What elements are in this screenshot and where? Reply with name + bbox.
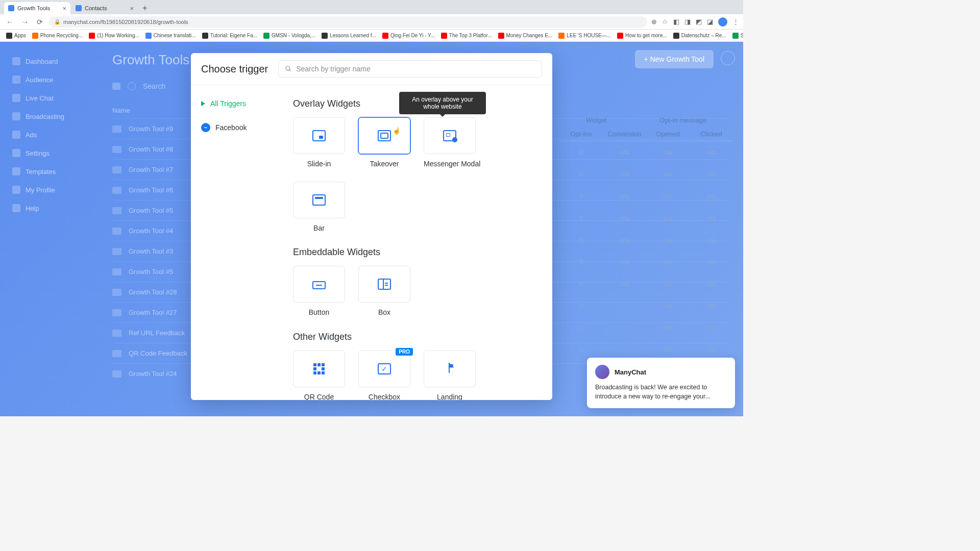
trigger-card-button[interactable]: ☝	[358, 117, 410, 154]
cards-row: ButtonBox	[293, 266, 541, 317]
forward-button[interactable]: →	[19, 18, 31, 26]
extension-icon[interactable]: ◧	[673, 18, 679, 26]
sidebar-item-label: Templates	[26, 168, 56, 176]
th-clicked: Clicked	[690, 130, 733, 138]
sidebar-item[interactable]: Dashboard	[5, 52, 92, 70]
profile-avatar[interactable]	[718, 17, 727, 27]
sidebar-item[interactable]: Audience	[5, 70, 92, 89]
row-name: QR Code Feedback	[129, 349, 187, 357]
bookmark-favicon-icon	[263, 33, 270, 39]
bookmark-item[interactable]: The Top 3 Platfor...	[439, 32, 494, 40]
extension-icon[interactable]: ◪	[707, 18, 713, 26]
trigger-card-landing: Landing	[424, 350, 476, 400]
row-type-icon	[112, 166, 121, 173]
extension-icon[interactable]: ◩	[696, 18, 702, 26]
cell-opened: n/a	[646, 258, 690, 266]
star-icon[interactable]: ☆	[662, 18, 668, 26]
cell-conversion: n/a	[603, 258, 646, 266]
cell-conversion: —	[603, 324, 646, 332]
close-icon[interactable]: ×	[62, 5, 66, 12]
row-type-icon	[112, 309, 121, 316]
trigger-card-button[interactable]	[424, 117, 476, 154]
trigger-card-takeover: An overlay above your whole website☝Take…	[358, 117, 410, 168]
bookmark-favicon-icon	[732, 33, 739, 39]
bookmark-item[interactable]: How to get more...	[615, 32, 669, 40]
new-growth-tool-button[interactable]: + New Growth Tool	[635, 50, 714, 68]
new-tab-button[interactable]: +	[139, 2, 151, 14]
menu-icon[interactable]: ⋮	[732, 18, 739, 26]
toolbar-icons: ⊕ ☆ ◧ ◨ ◩ ◪ ⋮	[651, 17, 739, 27]
sidebar-item[interactable]: Templates	[5, 162, 92, 181]
bookmark-label: Chinese translati...	[154, 33, 196, 38]
stats-table: Widget Opt-in message Opt-Ins Conversion…	[559, 113, 733, 361]
url-bar[interactable]: 🔒 manychat.com/fb198150208192061​8/growt…	[49, 16, 647, 28]
sidebar-item-label: Ads	[26, 131, 37, 139]
sidebar-item-icon	[12, 94, 20, 102]
cell-clicked: n/a	[690, 192, 733, 200]
bookmark-item[interactable]: Apps	[4, 32, 28, 40]
row-type-icon	[112, 248, 121, 255]
sidebar-item[interactable]: Ads	[5, 126, 92, 144]
bookmark-item[interactable]: GMSN - Vologda,...	[261, 32, 317, 40]
bookmark-item[interactable]: Student Wants an...	[730, 32, 743, 40]
bookmark-label: The Top 3 Platfor...	[449, 33, 492, 38]
tab-title: Growth Tools	[17, 5, 50, 11]
nav-facebook[interactable]: ~ Facebook	[198, 119, 275, 136]
trigger-card-button[interactable]	[293, 266, 345, 303]
bookmark-favicon-icon	[617, 33, 623, 39]
bookmark-label: LEE 'S HOUSE—...	[567, 33, 611, 38]
row-type-icon	[112, 268, 121, 276]
sidebar-item[interactable]: Settings	[5, 144, 92, 162]
trigger-card-button[interactable]	[293, 117, 345, 154]
cell-clicked: n/a	[690, 148, 733, 156]
bookmark-item[interactable]: Tutorial: Eigene Fa...	[200, 32, 259, 40]
bookmark-item[interactable]: Money Changes E...	[496, 32, 555, 40]
trigger-card-box: Box	[358, 266, 410, 317]
reload-button[interactable]: ⟳	[35, 18, 45, 26]
sidebar-item[interactable]: Help	[5, 199, 92, 217]
search-icon[interactable]	[128, 82, 136, 90]
close-icon[interactable]: ×	[130, 5, 134, 12]
sidebar-item-icon	[12, 131, 20, 139]
cell-opened: n/a	[646, 170, 690, 178]
bookmark-item[interactable]: Qing Fei De Yi - Y...	[380, 32, 437, 40]
trigger-card-button[interactable]	[358, 266, 410, 303]
zoom-icon[interactable]: ⊕	[651, 18, 657, 26]
notification-toast[interactable]: ManyChat Broadcasting is back! We are ex…	[587, 358, 735, 408]
trigger-search-input[interactable]: Search by trigger name	[278, 60, 542, 78]
landing-icon	[445, 363, 455, 375]
tab-growth-tools[interactable]: Growth Tools ×	[4, 2, 70, 14]
trigger-card-button[interactable]	[424, 350, 476, 387]
nav-all-triggers[interactable]: All Triggers	[198, 95, 275, 112]
favicon-icon	[8, 5, 14, 11]
cell-opened: n/a	[646, 346, 690, 354]
sidebar-item[interactable]: Broadcasting	[5, 107, 92, 126]
back-button[interactable]: ←	[4, 18, 15, 26]
trigger-card-button[interactable]: ✓PRO	[358, 350, 410, 387]
trigger-card-button[interactable]	[293, 350, 345, 387]
takeover-icon	[378, 130, 391, 141]
bookmark-favicon-icon	[32, 33, 38, 39]
bookmark-item[interactable]: (1) How Working...	[87, 32, 141, 40]
th-optins: Opt-Ins	[559, 130, 603, 138]
bookmark-favicon-icon	[382, 33, 388, 39]
bookmark-item[interactable]: Lessons Learned f...	[320, 32, 378, 40]
bookmark-item[interactable]: LEE 'S HOUSE—...	[556, 32, 613, 40]
sidebar-item[interactable]: My Profile	[5, 181, 92, 199]
search-label[interactable]: Search	[143, 82, 165, 90]
bookmarks-bar: AppsPhone Recycling...(1) How Working...…	[0, 30, 743, 42]
sidebar-item[interactable]: Live Chat	[5, 89, 92, 107]
filter-icon[interactable]	[112, 83, 120, 90]
bookmark-item[interactable]: Chinese translati...	[143, 32, 198, 40]
bookmark-item[interactable]: Datenschutz – Re...	[671, 32, 728, 40]
trigger-card-button[interactable]	[293, 182, 345, 218]
bookmark-favicon-icon	[322, 33, 328, 39]
lock-icon: 🔒	[54, 19, 60, 24]
bookmark-label: Lessons Learned f...	[330, 33, 376, 38]
tab-contacts[interactable]: Contacts ×	[71, 2, 138, 14]
sidebar-item-icon	[12, 76, 20, 84]
bookmark-item[interactable]: Phone Recycling...	[30, 32, 85, 40]
settings-gear-icon[interactable]	[721, 51, 735, 65]
sidebar-item-label: Live Chat	[26, 94, 54, 102]
extension-icon[interactable]: ◨	[684, 18, 691, 26]
